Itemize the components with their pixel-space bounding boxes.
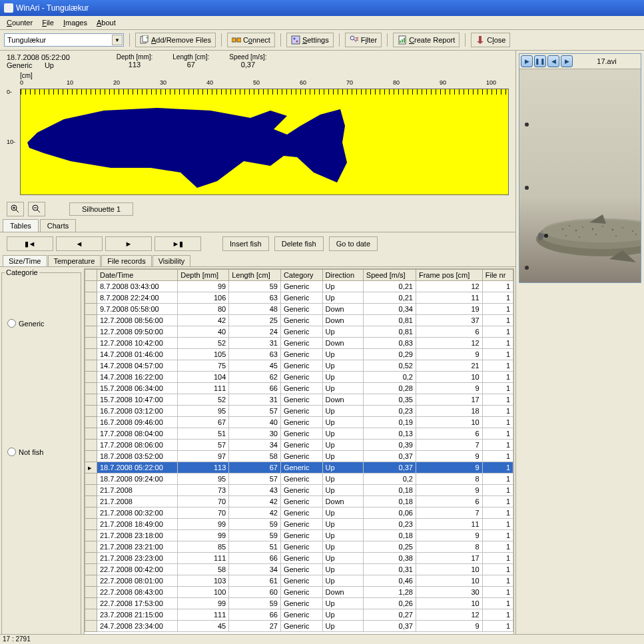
column-header[interactable]: Category (280, 270, 322, 281)
connect-button[interactable]: Connect (227, 33, 275, 47)
table-row[interactable]: 16.7.2008 09:46:006740GenericUp0,19101 (85, 417, 513, 428)
row-header[interactable] (85, 587, 97, 598)
video-frame[interactable] (519, 69, 641, 282)
row-header[interactable] (85, 315, 97, 326)
table-row[interactable]: 12.7.2008 09:50:004024GenericUp0,8161 (85, 326, 513, 338)
table-row[interactable]: 15.7.2008 06:34:0011166GenericUp0,2891 (85, 383, 513, 394)
video-next-button[interactable]: ▶ (561, 55, 573, 67)
row-header[interactable] (85, 496, 97, 507)
column-header[interactable]: Depth [mm] (178, 270, 229, 281)
table-row[interactable]: 14.7.2008 04:57:007545GenericUp0,52211 (85, 360, 513, 372)
table-row[interactable]: 8.7.2008 22:24:0010663GenericUp0,21111 (85, 292, 513, 304)
table-row[interactable]: 21.7.2008 18:49:009959GenericUp0,23111 (85, 519, 513, 530)
row-header[interactable] (85, 428, 97, 440)
video-pause-button[interactable]: ❚❚ (534, 55, 546, 67)
row-header[interactable] (85, 326, 97, 338)
row-header[interactable] (85, 281, 97, 292)
subtab-sizetime[interactable]: Size/Time (3, 255, 47, 266)
tab-tables[interactable]: Tables (3, 219, 39, 232)
column-header[interactable]: Frame pos [cm] (416, 270, 482, 281)
column-header[interactable]: Date/Time (97, 270, 178, 281)
silhouette-button[interactable]: Silhouette 1 (69, 202, 133, 216)
row-header[interactable] (85, 417, 97, 428)
menu-counter[interactable]: Counter (3, 17, 37, 28)
row-header[interactable] (85, 530, 97, 541)
table-row[interactable]: 8.7.2008 03:43:009959GenericUp0,21121 (85, 281, 513, 292)
row-header[interactable] (85, 338, 97, 349)
table-row[interactable]: 18.7.2008 09:24:009557GenericUp0,281 (85, 474, 513, 485)
tab-charts[interactable]: Charts (40, 219, 76, 232)
table-row[interactable]: 22.7.2008 00:42:005834GenericUp0,31101 (85, 564, 513, 575)
close-button[interactable]: Close (471, 33, 510, 47)
radio-notfish-input[interactable] (7, 448, 16, 456)
subtab-temperature[interactable]: Temperature (48, 255, 101, 266)
row-header[interactable]: ▸ (85, 462, 97, 474)
row-header[interactable] (85, 564, 97, 575)
create-report-button[interactable]: Create Report (393, 33, 460, 47)
row-header[interactable] (85, 507, 97, 519)
table-row[interactable]: 17.7.2008 08:06:005734GenericUp0,3971 (85, 440, 513, 451)
table-row[interactable]: 23.7.2008 21:15:0011166GenericUp0,27121 (85, 609, 513, 621)
row-header[interactable] (85, 440, 97, 451)
row-header[interactable] (85, 349, 97, 360)
silhouette-area[interactable] (20, 89, 509, 195)
subtab-visibility[interactable]: Visibility (153, 255, 191, 266)
row-header[interactable] (85, 394, 97, 406)
table-row[interactable]: 21.7.2008 23:18:009959GenericUp0,1891 (85, 530, 513, 541)
delete-fish-button[interactable]: Delete fish (274, 236, 324, 251)
table-row[interactable]: 9.7.2008 05:58:008048GenericDown0,34191 (85, 304, 513, 315)
row-header[interactable] (85, 519, 97, 530)
location-combo[interactable]: Tungulækur ▼ (4, 33, 124, 47)
row-header[interactable] (85, 292, 97, 304)
row-header[interactable] (85, 360, 97, 372)
combo-dropdown-icon[interactable]: ▼ (112, 35, 123, 45)
menu-images[interactable]: Images (59, 17, 91, 28)
radio-generic-input[interactable] (7, 319, 16, 328)
radio-generic[interactable]: Generic (7, 319, 75, 328)
row-header[interactable] (85, 474, 97, 485)
row-header[interactable] (85, 609, 97, 621)
table-row[interactable]: 24.7.2008 23:34:004527GenericUp0,3791 (85, 621, 513, 632)
row-header[interactable] (85, 451, 97, 462)
row-header[interactable] (85, 485, 97, 496)
table-row[interactable]: 22.7.2008 08:43:0010060GenericDown1,2830… (85, 587, 513, 598)
table-row[interactable]: 14.7.2008 16:22:0010462GenericUp0,2101 (85, 372, 513, 383)
filter-button[interactable]: Filter (345, 33, 382, 47)
insert-fish-button[interactable]: Insert fish (222, 236, 269, 251)
menu-file[interactable]: File (38, 17, 58, 28)
row-header[interactable] (85, 372, 97, 383)
radio-notfish[interactable]: Not fish (7, 448, 75, 456)
zoom-out-button[interactable] (28, 202, 45, 216)
nav-prev-button[interactable]: ◄ (56, 236, 103, 251)
table-row[interactable]: 12.7.2008 08:56:004225GenericDown0,81371 (85, 315, 513, 326)
row-header[interactable] (85, 575, 97, 587)
column-header[interactable]: File nr (482, 270, 513, 281)
table-row[interactable]: 21.7.20087343GenericUp0,1891 (85, 485, 513, 496)
data-table-wrap[interactable]: Date/TimeDepth [mm]Length [cm]CategoryDi… (84, 268, 514, 643)
table-row[interactable]: 12.7.2008 10:42:005231GenericDown0,83121 (85, 338, 513, 349)
table-row[interactable]: 18.7.2008 03:52:009758GenericUp0,3791 (85, 451, 513, 462)
column-header[interactable]: Length [cm] (229, 270, 281, 281)
zoom-in-button[interactable] (7, 202, 24, 216)
table-row[interactable]: 21.7.2008 23:23:0011166GenericUp0,38171 (85, 553, 513, 564)
row-header[interactable] (85, 553, 97, 564)
menu-about[interactable]: About (93, 17, 120, 28)
column-header[interactable]: Direction (322, 270, 363, 281)
table-row[interactable]: 17.7.2008 08:04:005130GenericUp0,1361 (85, 428, 513, 440)
table-row[interactable]: 15.7.2008 10:47:005231GenericDown0,35171 (85, 394, 513, 406)
nav-next-button[interactable]: ► (105, 236, 152, 251)
table-row[interactable]: 21.7.2008 00:32:007042GenericUp0,0671 (85, 507, 513, 519)
table-row[interactable]: 22.7.2008 08:01:0010361GenericUp0,46101 (85, 575, 513, 587)
table-row[interactable]: 22.7.2008 17:53:009959GenericUp0,26101 (85, 598, 513, 609)
subtab-filerecords[interactable]: File records (101, 255, 151, 266)
nav-last-button[interactable]: ►▮ (155, 236, 201, 251)
settings-button[interactable]: Settings (286, 33, 334, 47)
row-header[interactable] (85, 383, 97, 394)
row-header[interactable] (85, 304, 97, 315)
table-row[interactable]: 16.7.2008 03:12:009557GenericUp0,23181 (85, 406, 513, 417)
table-row[interactable]: ▸18.7.2008 05:22:0011367GenericUp0,3791 (85, 462, 513, 474)
video-prev-button[interactable]: ◀ (547, 55, 559, 67)
nav-first-button[interactable]: ▮◄ (7, 236, 53, 251)
table-row[interactable]: 14.7.2008 01:46:0010563GenericUp0,2991 (85, 349, 513, 360)
column-header[interactable]: Speed [m/s] (363, 270, 416, 281)
